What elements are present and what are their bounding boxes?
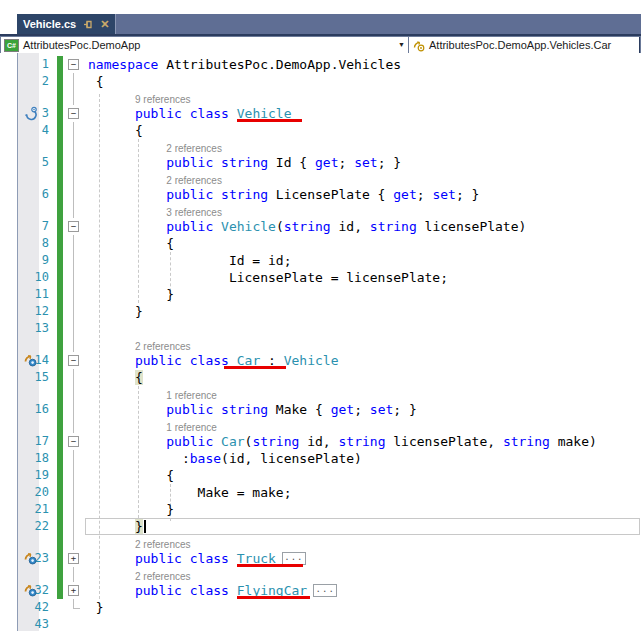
codelens-references-link[interactable]: 2 references <box>88 539 191 550</box>
line-number[interactable]: 17 <box>0 433 55 450</box>
inherits-from-base-icon[interactable] <box>23 583 38 598</box>
line-number[interactable] <box>0 90 55 105</box>
line-number[interactable] <box>0 535 55 550</box>
line-number[interactable]: 15 <box>0 369 55 386</box>
line-number[interactable] <box>0 337 55 352</box>
code-text[interactable]: public string Make { get; set; } <box>85 401 641 418</box>
code-text[interactable]: public class Car : Vehicle <box>85 352 641 369</box>
code-text[interactable]: LicensePlate = licensePlate; <box>85 269 641 286</box>
line-number[interactable]: 13 <box>0 320 55 337</box>
fold-marker-minus[interactable]: − <box>63 105 85 122</box>
code-text[interactable] <box>85 320 641 337</box>
code-text[interactable]: } <box>85 501 641 518</box>
line-number[interactable]: 12 <box>0 303 55 320</box>
line-number[interactable] <box>0 418 55 433</box>
line-number[interactable]: 43 <box>0 616 55 631</box>
project-dropdown[interactable]: C# AttributesPoc.DemoApp ▼ <box>1 37 409 53</box>
codelens-text[interactable]: 3 references <box>85 203 641 218</box>
codelens-references-link[interactable]: 9 references <box>88 94 191 105</box>
code-editor[interactable]: 1−namespace AttributesPoc.DemoApp.Vehicl… <box>0 53 641 631</box>
collapse-icon[interactable]: − <box>68 221 79 232</box>
codelens-text[interactable]: 2 references <box>85 535 641 550</box>
code-text[interactable]: } <box>85 599 641 616</box>
code-text[interactable]: Id = id; <box>85 252 641 269</box>
codelens-references-link[interactable]: 3 references <box>88 207 222 218</box>
codelens-references-link[interactable]: 2 references <box>88 341 191 352</box>
pin-icon[interactable] <box>83 19 94 30</box>
line-number[interactable]: 16 <box>0 401 55 418</box>
line-number[interactable]: 10 <box>0 269 55 286</box>
code-text[interactable]: public string LicensePlate { get; set; } <box>85 186 641 203</box>
code-text[interactable]: { <box>85 369 641 386</box>
code-text[interactable]: public Car(string id, string licensePlat… <box>85 433 641 450</box>
codelens-text[interactable]: 1 reference <box>85 386 641 401</box>
code-text[interactable]: Make = make; <box>85 484 641 501</box>
code-text[interactable]: } <box>85 518 641 535</box>
expand-icon[interactable]: + <box>68 585 79 596</box>
code-text[interactable]: :base(id, licensePlate) <box>85 450 641 467</box>
line-number[interactable]: 11 <box>0 286 55 303</box>
collapse-icon[interactable]: − <box>68 355 79 366</box>
line-number[interactable]: 6 <box>0 186 55 203</box>
code-text[interactable]: { <box>85 122 641 139</box>
fold-marker-plus[interactable]: + <box>63 582 85 599</box>
line-number[interactable]: 2 <box>0 73 55 90</box>
code-text[interactable] <box>85 616 641 631</box>
line-number[interactable]: 1 <box>0 56 55 73</box>
inherits-from-base-icon[interactable] <box>23 353 38 368</box>
code-text[interactable]: public string Id { get; set; } <box>85 154 641 171</box>
tab-vehicle-cs[interactable]: Vehicle.cs ✕ <box>17 14 116 34</box>
line-number[interactable]: 4 <box>0 122 55 139</box>
line-number[interactable]: 5 <box>0 154 55 171</box>
code-text[interactable]: public class FlyingCar... <box>85 582 641 599</box>
code-text[interactable]: public class Truck... <box>85 550 641 567</box>
codelens-references-link[interactable]: 1 reference <box>88 422 217 433</box>
code-text[interactable]: namespace AttributesPoc.DemoApp.Vehicles <box>85 56 641 73</box>
collapsed-region-box[interactable]: ... <box>313 584 337 597</box>
code-text[interactable]: { <box>85 73 641 90</box>
line-number[interactable]: 9 <box>0 252 55 269</box>
collapse-icon[interactable]: − <box>68 59 79 70</box>
fold-marker-minus[interactable]: − <box>63 433 85 450</box>
code-text[interactable]: { <box>85 235 641 252</box>
member-dropdown[interactable]: AttributesPoc.DemoApp.Vehicles.Car <box>409 37 640 53</box>
close-icon[interactable]: ✕ <box>100 19 109 30</box>
project-dropdown-arrow-button[interactable]: ▼ <box>395 37 408 51</box>
fold-marker-plus[interactable]: + <box>63 550 85 567</box>
codelens-references-link[interactable]: 1 reference <box>88 390 217 401</box>
collapse-icon[interactable]: − <box>68 108 79 119</box>
codelens-text[interactable]: 2 references <box>85 171 641 186</box>
codelens-references-link[interactable]: 2 references <box>88 175 222 186</box>
code-text[interactable]: public Vehicle(string id, string license… <box>85 218 641 235</box>
fold-marker-minus[interactable]: − <box>63 56 85 73</box>
line-number[interactable] <box>0 139 55 154</box>
line-number[interactable]: 22 <box>0 518 55 535</box>
codelens-text[interactable]: 9 references <box>85 90 641 105</box>
line-number[interactable]: 21 <box>0 501 55 518</box>
line-number[interactable]: 19 <box>0 467 55 484</box>
inherits-from-base-icon[interactable] <box>23 551 38 566</box>
codelens-text[interactable]: 2 references <box>85 567 641 582</box>
line-number[interactable] <box>0 567 55 582</box>
collapse-icon[interactable]: − <box>68 436 79 447</box>
line-number[interactable]: 8 <box>0 235 55 252</box>
code-text[interactable]: { <box>85 467 641 484</box>
has-derived-classes-icon[interactable] <box>23 106 38 121</box>
codelens-text[interactable]: 2 references <box>85 337 641 352</box>
line-number[interactable]: 18 <box>0 450 55 467</box>
expand-icon[interactable]: + <box>68 553 79 564</box>
codelens-references-link[interactable]: 2 references <box>88 143 222 154</box>
fold-marker-minus[interactable]: − <box>63 218 85 235</box>
codelens-text[interactable]: 2 references <box>85 139 641 154</box>
line-number[interactable]: 42 <box>0 599 55 616</box>
code-text[interactable]: public class Vehicle <box>85 105 641 122</box>
line-number[interactable]: 20 <box>0 484 55 501</box>
line-number[interactable] <box>0 386 55 401</box>
line-number[interactable] <box>0 203 55 218</box>
code-text[interactable]: } <box>85 303 641 320</box>
line-number[interactable] <box>0 171 55 186</box>
codelens-text[interactable]: 1 reference <box>85 418 641 433</box>
codelens-references-link[interactable]: 2 references <box>88 571 191 582</box>
line-number[interactable]: 7 <box>0 218 55 235</box>
code-text[interactable]: } <box>85 286 641 303</box>
